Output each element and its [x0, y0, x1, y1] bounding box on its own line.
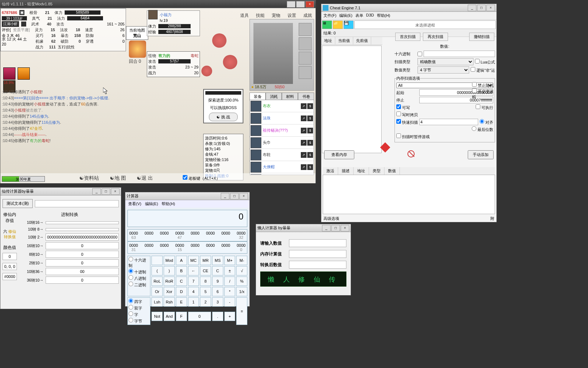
calc-key[interactable]: Mod — [164, 256, 175, 265]
menu-item[interactable]: 帮助(H) — [377, 13, 390, 18]
calc-key[interactable]: RoR — [164, 277, 175, 286]
lazy-out[interactable] — [289, 261, 346, 269]
minimize-button[interactable]: _ — [322, 225, 331, 231]
lazy-mem[interactable] — [289, 250, 346, 258]
calc-key[interactable]: % — [236, 277, 247, 286]
toggle-icon[interactable] — [21, 22, 26, 27]
result-list[interactable] — [322, 46, 382, 153]
calc-key[interactable]: - — [224, 297, 235, 307]
calc-key[interactable]: B — [176, 266, 187, 275]
calc-key[interactable]: 9 — [212, 277, 223, 286]
maximize-button[interactable]: □ — [331, 225, 340, 231]
test-input[interactable] — [35, 200, 119, 207]
calc-key[interactable]: 1 — [188, 297, 199, 307]
calc-key[interactable]: √ — [236, 266, 247, 275]
sell-icon[interactable]: $ — [307, 152, 313, 158]
calc-key[interactable]: / — [224, 277, 235, 286]
menu-item[interactable]: 编辑(E) — [339, 13, 353, 18]
equip-icon[interactable]: ↗ — [301, 115, 307, 121]
sell-icon[interactable]: $ — [307, 164, 313, 170]
memory-view-button[interactable]: 查看内存 — [324, 150, 354, 159]
inv-item[interactable]: 布衣↗$ — [250, 100, 314, 112]
col-header[interactable]: 先前值 — [353, 37, 371, 44]
maximize-button[interactable]: □ — [230, 193, 239, 199]
lazy-input[interactable] — [289, 239, 346, 247]
calc-key[interactable]: . — [212, 312, 223, 321]
calc-key[interactable]: And — [164, 312, 175, 321]
calc-key[interactable]: RoL — [151, 277, 163, 286]
align-input[interactable] — [419, 119, 478, 125]
calc-key[interactable] — [151, 256, 163, 265]
calc-key[interactable]: 0 — [188, 312, 211, 321]
calc-equals[interactable]: = — [236, 297, 247, 325]
col-header[interactable]: 数值 — [384, 167, 400, 175]
undo-scan-button[interactable]: 撤销扫描 — [469, 33, 494, 41]
col-header[interactable]: 激活 — [323, 167, 338, 175]
minimize-button[interactable]: _ — [221, 193, 229, 199]
menu-item[interactable]: 帮助(H) — [162, 201, 175, 207]
minimize-button[interactable]: _ — [468, 5, 476, 11]
calc-key[interactable]: 2 — [200, 297, 211, 307]
equip-icon[interactable]: ↗ — [301, 164, 307, 170]
close-button[interactable]: × — [341, 225, 349, 231]
calc-key[interactable]: MC — [188, 256, 199, 265]
calc-key[interactable]: MS — [212, 256, 223, 265]
calc-key[interactable]: 4 — [188, 287, 199, 296]
equip-icon[interactable]: ↗ — [301, 128, 307, 133]
calc-key[interactable]: M- — [236, 256, 247, 265]
col-header[interactable]: 地址 — [354, 167, 369, 175]
sell-icon[interactable]: $ — [307, 140, 313, 146]
scan-type-select[interactable]: 精确数值 — [417, 58, 473, 65]
inv-item[interactable]: 布鞋↗$ — [250, 149, 314, 161]
top-tab[interactable]: 成就 — [301, 12, 314, 19]
inv-item[interactable]: 祖传秘决(???)↗$ — [250, 124, 314, 137]
skill-slot[interactable] — [3, 67, 15, 80]
ce-titlebar[interactable]: Cheat Engine 7.1 _ □ × — [321, 4, 496, 12]
game-titlebar[interactable]: 仙传 v1.1.11 - 轻变Modv1.85 _ □ × — [0, 0, 316, 8]
calc-key[interactable]: E — [176, 297, 187, 307]
col-header[interactable]: 描述 — [338, 167, 354, 175]
minimize-button[interactable]: _ — [92, 188, 101, 195]
expand-icon[interactable]: ▣ — [19, 10, 24, 15]
calc-key[interactable]: ← — [188, 266, 199, 275]
first-scan-button[interactable]: 首次扫描 — [395, 33, 420, 41]
equip-icon[interactable]: ↗ — [301, 140, 307, 146]
calc-key[interactable]: C — [176, 277, 187, 286]
bottom-link[interactable]: ☯地 图 — [110, 175, 126, 181]
challenge-button[interactable]: ☯ 挑 战 — [209, 113, 238, 121]
minimize-button[interactable]: _ — [287, 1, 295, 8]
calc-key[interactable]: 7 — [188, 277, 199, 286]
equip-slot[interactable] — [299, 66, 312, 79]
calc-key[interactable]: Or — [151, 287, 163, 296]
calc-key[interactable]: M+ — [224, 256, 235, 265]
calc-key[interactable]: Xor — [164, 287, 175, 296]
maximize-button[interactable]: □ — [477, 5, 486, 11]
close-button[interactable]: × — [305, 1, 314, 8]
sell-icon[interactable]: $ — [307, 103, 313, 109]
bottom-link[interactable]: ☯退 出 — [137, 175, 153, 181]
top-tab[interactable]: 宠物 — [270, 12, 283, 19]
calc-key[interactable]: CE — [200, 266, 211, 275]
maximize-button[interactable]: □ — [296, 1, 305, 8]
menu-item[interactable]: 文件(F) — [323, 13, 336, 18]
manual-add-button[interactable]: 手动添加 — [468, 150, 494, 159]
skill-slot[interactable] — [18, 67, 30, 80]
menu-item[interactable]: 查看(V) — [128, 201, 141, 207]
inv-item[interactable]: 头巾↗$ — [250, 137, 314, 149]
col-header[interactable]: 当前值 — [335, 37, 353, 44]
process-button[interactable]: 🖥 — [322, 20, 332, 29]
close-button[interactable]: × — [239, 193, 248, 199]
hex-checkbox[interactable] — [417, 52, 422, 56]
equip-slot[interactable] — [299, 23, 312, 36]
inventory-list[interactable]: 布衣↗$法珠↗$祖传秘决(???)↗$头巾↗$布鞋↗$大侠帽↗$铜指环↗$ — [249, 100, 314, 175]
top-tab[interactable]: 道具 — [238, 12, 251, 19]
calc-key[interactable]: D — [176, 287, 187, 296]
boss-key-checkbox[interactable]: 老板键（ALT+X） — [183, 175, 220, 181]
calc-key[interactable]: ( — [151, 266, 163, 275]
advanced-label[interactable]: 高级选项 — [323, 216, 339, 221]
calc-key[interactable]: 6 — [212, 287, 223, 296]
close-button[interactable]: × — [486, 5, 495, 11]
top-tab[interactable]: 技能 — [254, 12, 267, 19]
value-type-select[interactable]: 4 字节 — [417, 66, 469, 74]
conv-titlebar[interactable]: 仙传计算器by暴暴 _ □ × — [0, 188, 121, 195]
